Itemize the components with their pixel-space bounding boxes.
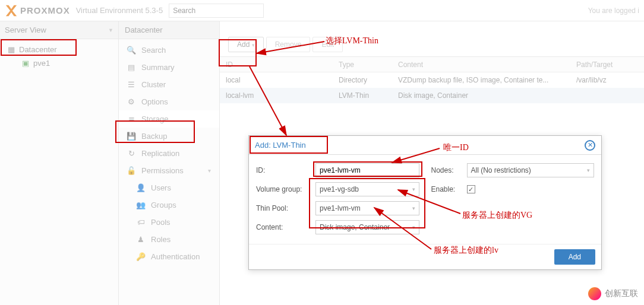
key-icon: 🔑	[137, 253, 145, 261]
col-id[interactable]: ID	[220, 61, 339, 69]
search-icon: 🔍	[127, 46, 135, 55]
storage-toolbar: Add ▾ Remove Edit	[220, 32, 644, 57]
col-type[interactable]: Type	[339, 61, 398, 69]
menu-label: Replication	[141, 149, 179, 158]
chevron-down-icon: ▼	[108, 27, 113, 33]
nodes-select[interactable]: All (No restrictions)▾	[467, 163, 595, 177]
add-label: Add	[237, 40, 250, 49]
id-field[interactable]	[315, 163, 419, 177]
male-icon: ♟	[137, 236, 145, 244]
chevron-down-icon: ▾	[252, 42, 255, 48]
login-status: You are logged i	[588, 7, 639, 15]
left-sidebar: Server View ▼ ▦ Datacenter ▣ pve1	[0, 21, 119, 305]
menu-search[interactable]: 🔍Search	[119, 42, 219, 59]
chevron-down-icon: ▾	[412, 205, 415, 211]
logo: PROXMOX	[5, 4, 70, 17]
brand-text: PROXMOX	[20, 5, 70, 15]
book-icon: ▤	[127, 63, 135, 72]
menu-backup[interactable]: 💾Backup	[119, 128, 219, 145]
menu-label: Groups	[151, 201, 176, 209]
tp-value: pve1-lvm-vm	[320, 204, 361, 212]
gear-icon: ⚙	[127, 98, 135, 106]
env-version: Virtual Environment 5.3-5	[76, 6, 163, 15]
close-icon[interactable]: ✕	[585, 140, 595, 151]
menu-label: Storage	[141, 115, 169, 123]
cell: local	[220, 76, 339, 84]
menu-storage[interactable]: ≣Storage	[119, 110, 219, 128]
users-icon: 👥	[137, 201, 145, 209]
user-icon: 👤	[137, 184, 145, 192]
config-menu: 🔍Search ▤Summary ☰Cluster ⚙Options ≣Stor…	[119, 39, 219, 268]
edit-button[interactable]: Edit	[312, 37, 343, 52]
menu-label: Search	[141, 46, 166, 55]
menu-authentication[interactable]: 🔑Authentication	[119, 248, 219, 265]
watermark-text: 创新互联	[605, 288, 638, 299]
content-label: Content:	[256, 223, 315, 231]
menu-roles[interactable]: ♟Roles	[119, 231, 219, 248]
content-select[interactable]: Disk image, Container▾	[315, 220, 419, 234]
add-button[interactable]: Add ▾	[228, 37, 264, 52]
menu-label: Authentication	[151, 252, 200, 261]
menu-options[interactable]: ⚙Options	[119, 93, 219, 110]
col-content[interactable]: Content	[398, 61, 576, 69]
menu-groups[interactable]: 👥Groups	[119, 196, 219, 214]
volume-group-select[interactable]: pve1-vg-sdb▾	[315, 182, 419, 196]
config-panel: Datacenter 🔍Search ▤Summary ☰Cluster ⚙Op…	[119, 21, 220, 305]
menu-replication[interactable]: ↻Replication	[119, 145, 219, 162]
nodes-value: All (No restrictions)	[471, 166, 531, 174]
datacenter-icon: ▦	[7, 46, 15, 54]
menu-label: Options	[141, 97, 168, 106]
vg-value: pve1-vg-sdb	[320, 185, 359, 193]
cell: Disk image, Container	[398, 91, 576, 100]
server-icon: ☰	[127, 81, 135, 89]
cell: /var/lib/vz	[576, 76, 644, 84]
watermark: 创新互联	[588, 287, 638, 300]
content-value: Disk image, Container	[320, 223, 390, 231]
tree-node-pve1[interactable]: ▣ pve1	[0, 56, 118, 70]
menu-label: Roles	[151, 235, 171, 244]
menu-users[interactable]: 👤Users	[119, 179, 219, 196]
dialog-add-button[interactable]: Add	[554, 249, 595, 265]
menu-label: Pools	[151, 218, 171, 227]
config-title: Datacenter	[119, 21, 219, 39]
id-label: ID:	[256, 166, 315, 174]
menu-label: Permissions	[141, 166, 184, 175]
menu-permissions[interactable]: 🔓Permissions▾	[119, 162, 219, 179]
table-row[interactable]: local-lvm LVM-Thin Disk image, Container	[220, 88, 644, 103]
menu-summary[interactable]: ▤Summary	[119, 59, 219, 76]
menu-label: Users	[151, 183, 171, 192]
chevron-down-icon: ▾	[208, 167, 211, 174]
tree-root-label: Datacenter	[19, 45, 57, 54]
cell: VZDump backup file, ISO image, Container…	[398, 76, 576, 84]
add-lvm-thin-dialog: Add: LVM-Thin ✕ ID: Volume group:pve1-vg…	[248, 135, 602, 270]
tree-datacenter[interactable]: ▦ Datacenter	[0, 43, 118, 56]
watermark-icon	[588, 287, 601, 300]
chevron-down-icon: ▾	[412, 224, 415, 230]
table-row[interactable]: local Directory VZDump backup file, ISO …	[220, 72, 644, 88]
enable-checkbox[interactable]: ✓	[467, 185, 475, 193]
table-header: ID Type Content Path/Target	[220, 57, 644, 72]
unlock-icon: 🔓	[127, 167, 135, 175]
save-icon: 💾	[127, 132, 135, 141]
nodes-label: Nodes:	[431, 166, 467, 174]
thin-pool-select[interactable]: pve1-lvm-vm▾	[315, 201, 419, 215]
dialog-title: Add: LVM-Thin	[255, 141, 306, 150]
dialog-header[interactable]: Add: LVM-Thin ✕	[249, 136, 601, 155]
remove-button[interactable]: Remove	[266, 37, 311, 52]
menu-pools[interactable]: 🏷Pools	[119, 214, 219, 231]
storage-table: ID Type Content Path/Target local Direct…	[220, 57, 644, 103]
col-path[interactable]: Path/Target	[576, 61, 644, 69]
menu-label: Backup	[141, 132, 167, 141]
tree-child-label: pve1	[33, 59, 50, 68]
vg-label: Volume group:	[256, 185, 315, 193]
header: PROXMOX Virtual Environment 5.3-5 You ar…	[0, 0, 644, 21]
server-view-select[interactable]: Server View ▼	[0, 21, 118, 39]
tags-icon: 🏷	[137, 218, 145, 227]
menu-cluster[interactable]: ☰Cluster	[119, 76, 219, 93]
enable-label: Enable:	[431, 185, 467, 193]
search-input[interactable]	[169, 4, 264, 18]
cell: Directory	[339, 76, 398, 84]
cell: local-lvm	[220, 91, 339, 100]
chevron-down-icon: ▾	[587, 167, 590, 173]
logo-x-icon	[5, 4, 18, 17]
